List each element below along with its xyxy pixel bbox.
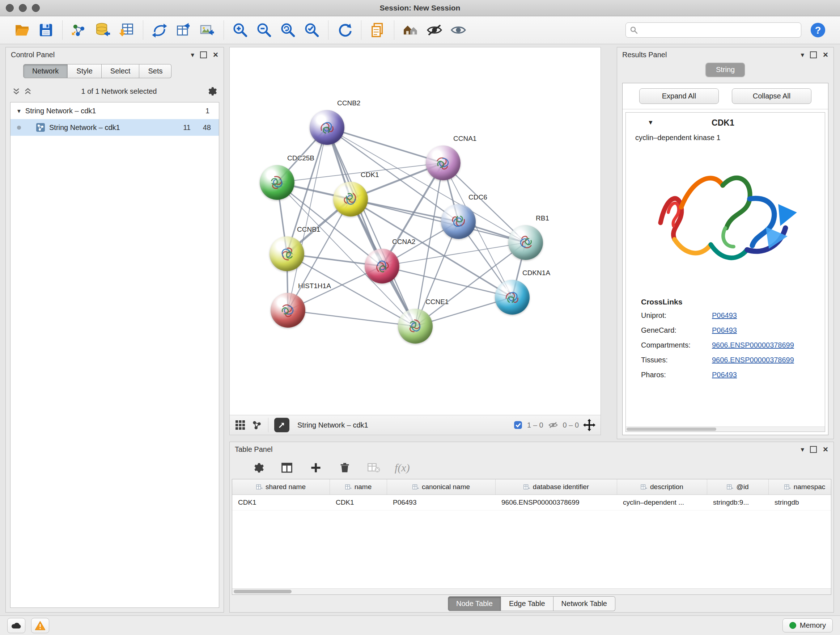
crosslink-link[interactable]: 9606.ENSP00000378699 <box>712 341 794 349</box>
tab-string[interactable]: String <box>706 63 745 77</box>
zoom-selected-button[interactable] <box>302 20 322 40</box>
column-header-shared-name[interactable]: shared name <box>232 479 330 494</box>
edge-CCNB2-CCNA1[interactable] <box>327 127 443 163</box>
panel-menu-icon[interactable]: ▾ <box>191 51 195 58</box>
node-CCNB2[interactable] <box>309 110 344 145</box>
close-panel-icon[interactable]: ✕ <box>213 51 218 58</box>
node-HIST1H1A[interactable] <box>271 293 305 328</box>
tab-sets[interactable]: Sets <box>139 64 172 78</box>
show-columns-button[interactable] <box>279 460 295 476</box>
column-header-description[interactable]: description <box>617 479 707 494</box>
column-header--id[interactable]: @id <box>707 479 769 494</box>
crosslink-link[interactable]: P06493 <box>712 371 737 379</box>
column-header-namespac[interactable]: namespac <box>769 479 831 494</box>
tab-network-table[interactable]: Network Table <box>554 596 615 611</box>
detach-view-button[interactable] <box>274 418 289 432</box>
function-builder-button[interactable]: f(x) <box>395 462 410 474</box>
node-RB1[interactable] <box>508 225 543 260</box>
float-panel-icon[interactable] <box>810 51 817 58</box>
create-column-button[interactable] <box>308 460 324 476</box>
panel-menu-icon[interactable]: ▾ <box>801 446 805 453</box>
open-session-button[interactable] <box>12 20 32 40</box>
crosslink-link[interactable]: 9606.ENSP00000378699 <box>712 356 794 364</box>
help-button[interactable]: ? <box>808 20 828 40</box>
section-disclosure-icon[interactable]: ▼ <box>647 119 654 126</box>
column-header-canonical-name[interactable]: canonical name <box>387 479 496 494</box>
float-panel-icon[interactable] <box>200 51 207 58</box>
zoom-in-button[interactable] <box>230 20 250 40</box>
tab-style[interactable]: Style <box>68 64 101 78</box>
network-row[interactable]: String Network – cdk1 11 48 <box>11 119 219 136</box>
table-options-button[interactable] <box>250 460 266 476</box>
node-CCNE1[interactable] <box>398 309 433 344</box>
toolbar-search[interactable] <box>625 22 801 38</box>
crosslink-link[interactable]: P06493 <box>712 311 737 320</box>
table-row[interactable]: CDK1CDK1P064939606.ENSP00000378699cyclin… <box>232 495 831 510</box>
disclosure-triangle-icon[interactable]: ▼ <box>16 108 22 114</box>
table-cell[interactable]: stringdb <box>769 495 831 510</box>
results-hscrollbar[interactable] <box>626 426 825 432</box>
export-table-button[interactable] <box>173 20 194 40</box>
annotation-button[interactable] <box>368 20 388 40</box>
network-view-icon[interactable] <box>251 420 262 431</box>
expand-all-icon[interactable] <box>24 86 32 97</box>
panel-menu-icon[interactable]: ▾ <box>801 51 805 58</box>
tab-edge-table[interactable]: Edge Table <box>501 596 554 611</box>
show-glass-button[interactable] <box>448 20 469 40</box>
node-CCNB1[interactable] <box>270 236 304 271</box>
search-input[interactable] <box>641 26 797 35</box>
table-cell[interactable]: 9606.ENSP00000378699 <box>496 495 617 510</box>
tab-select[interactable]: Select <box>102 64 140 78</box>
column-header-name[interactable]: name <box>330 479 387 494</box>
collapse-all-button[interactable]: Collapse All <box>732 88 812 104</box>
node-CDK1[interactable] <box>333 182 368 217</box>
table-cell[interactable]: P06493 <box>387 495 496 510</box>
save-session-button[interactable] <box>36 20 56 40</box>
edge-CCNA2-CDKN1A[interactable] <box>382 266 512 297</box>
import-network-from-database-button[interactable] <box>93 20 113 40</box>
table-cell[interactable]: cyclin–dependent ... <box>617 495 707 510</box>
node-CDKN1A[interactable] <box>495 280 530 315</box>
table-cell[interactable]: CDK1 <box>232 495 330 510</box>
delete-table-button[interactable] <box>366 460 382 476</box>
node-CCNA1[interactable] <box>426 146 461 180</box>
table-cell[interactable]: CDK1 <box>330 495 387 510</box>
column-header-database-identifier[interactable]: database identifier <box>496 479 617 494</box>
tab-node-table[interactable]: Node Table <box>448 596 501 611</box>
clone-network-button[interactable] <box>149 20 170 40</box>
tissues-button[interactable] <box>401 20 421 40</box>
memory-button[interactable]: Memory <box>783 618 833 632</box>
crosslink-link[interactable]: P06493 <box>712 326 737 334</box>
node-CCNA2[interactable] <box>365 249 399 283</box>
node-CDC6[interactable] <box>441 204 476 239</box>
network-tree: ▼ String Network – cdk1 1 String Network… <box>10 102 219 608</box>
grid-view-icon[interactable] <box>235 420 246 431</box>
float-panel-icon[interactable] <box>810 446 817 453</box>
edge-CCNB2-CCNE1[interactable] <box>327 127 415 326</box>
network-collection-row[interactable]: ▼ String Network – cdk1 1 <box>11 103 219 119</box>
network-canvas[interactable]: CCNB2CCNA1CDC25BCDK1CDC6RB1CCNB1CCNA2CDK… <box>230 48 600 415</box>
import-network-button[interactable] <box>69 20 89 40</box>
zoom-out-button[interactable] <box>254 20 274 40</box>
zoom-fit-button[interactable] <box>278 20 298 40</box>
table-hscrollbar[interactable] <box>232 588 831 594</box>
warnings-button[interactable] <box>31 618 49 633</box>
expand-all-button[interactable]: Expand All <box>639 88 719 104</box>
delete-column-button[interactable] <box>337 460 353 476</box>
apply-layout-button[interactable] <box>335 20 355 40</box>
cloud-status-button[interactable] <box>7 618 25 633</box>
close-panel-icon[interactable]: ✕ <box>823 51 829 58</box>
edge-CCNB2-CCNB1[interactable] <box>287 127 327 254</box>
export-image-button[interactable] <box>197 20 218 40</box>
fit-content-crosshair-icon[interactable] <box>583 419 595 431</box>
table-cell[interactable]: stringdb:9... <box>707 495 769 510</box>
edge-HIST1H1A-CCNE1[interactable] <box>288 310 415 326</box>
tab-network[interactable]: Network <box>23 64 68 78</box>
edge-CDK1-RB1[interactable] <box>351 199 526 242</box>
gear-icon[interactable] <box>206 86 217 97</box>
import-table-button[interactable] <box>117 20 137 40</box>
close-panel-icon[interactable]: ✕ <box>823 446 829 453</box>
node-CDC25B[interactable] <box>260 165 294 200</box>
hide-glass-button[interactable] <box>424 20 445 40</box>
collapse-all-icon[interactable] <box>12 86 20 97</box>
